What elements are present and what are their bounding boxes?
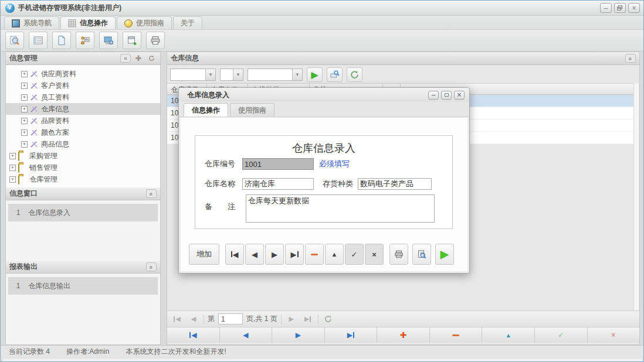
first-page-icon[interactable]: ◀: [171, 313, 184, 325]
edit-record-button[interactable]: ▲: [482, 327, 535, 343]
tree-label: 品牌资料: [41, 116, 69, 126]
last-record-button[interactable]: ▶: [325, 327, 378, 343]
expand-icon[interactable]: +: [9, 165, 16, 171]
tab-about[interactable]: 关于: [173, 16, 202, 29]
form-heading: 仓库信息录入: [195, 141, 452, 155]
window-add-icon[interactable]: [123, 32, 141, 49]
last-record-icon[interactable]: ▶: [285, 244, 304, 265]
page-number-input[interactable]: [218, 313, 243, 325]
minimize-icon[interactable]: –: [600, 3, 612, 13]
add-button-label: 增加: [196, 249, 212, 259]
tree-item-suppliers[interactable]: + 供应商资料: [6, 68, 160, 80]
expand-icon[interactable]: +: [21, 106, 28, 112]
remark-label: 备 注: [205, 202, 235, 212]
expand-icon[interactable]: +: [21, 129, 28, 136]
refresh-icon[interactable]: [347, 67, 362, 82]
tree-label: 供应商资料: [41, 69, 76, 79]
prev-record-button[interactable]: ◀: [220, 327, 273, 343]
first-record-icon[interactable]: ◀: [225, 244, 244, 265]
next-record-icon[interactable]: ▶: [265, 244, 284, 265]
expand-icon[interactable]: +: [21, 94, 28, 101]
delete-record-icon[interactable]: [305, 244, 324, 265]
prev-record-icon[interactable]: ◀: [245, 244, 264, 265]
list-item-warehouse-output[interactable]: 1 仓库信息输出: [8, 277, 158, 295]
filter-combo-3[interactable]: ▼: [248, 69, 303, 81]
print-preview-icon[interactable]: [412, 244, 431, 265]
remark-field[interactable]: 仓库每天更新数据: [246, 194, 435, 223]
add-record-button[interactable]: ✚: [377, 327, 430, 343]
tree-label: 员工资料: [41, 93, 69, 103]
run-query-icon[interactable]: ▶: [307, 67, 323, 82]
user-report-icon[interactable]: [76, 32, 94, 49]
run-icon[interactable]: ▶: [435, 244, 454, 265]
table-view-icon[interactable]: [29, 32, 48, 49]
next-record-button[interactable]: ▶: [272, 327, 325, 343]
dialog-tab-info-operation[interactable]: 信息操作: [184, 103, 228, 117]
restore-icon[interactable]: [614, 3, 626, 13]
add-icon[interactable]: ✚: [133, 54, 144, 63]
expand-icon[interactable]: +: [9, 153, 16, 159]
cancel-button[interactable]: ×: [588, 327, 640, 343]
close-icon[interactable]: ×: [628, 3, 640, 13]
dialog-close-icon[interactable]: ×: [454, 91, 465, 100]
cancel-icon[interactable]: ×: [365, 244, 384, 265]
expand-icon[interactable]: +: [21, 71, 28, 77]
scrollbar-track[interactable]: [633, 83, 639, 310]
collapse-icon[interactable]: «: [146, 189, 157, 198]
tree-item-products[interactable]: + 商品信息: [6, 138, 160, 150]
prev-page-icon[interactable]: ◀: [187, 313, 200, 325]
search-icon[interactable]: [5, 32, 24, 49]
dialog-minimize-icon[interactable]: –: [428, 91, 439, 100]
collapse-icon[interactable]: «: [146, 262, 157, 271]
stock-type-field[interactable]: [358, 178, 432, 190]
delete-record-button[interactable]: [430, 327, 483, 343]
expand-icon[interactable]: +: [21, 141, 28, 148]
main-panel-header: 仓库信息 «: [167, 52, 639, 65]
advanced-search-icon[interactable]: [327, 67, 343, 82]
tree-item-purchase-mgmt[interactable]: + 采购管理: [6, 150, 160, 162]
document-icon[interactable]: [52, 32, 71, 49]
print-icon[interactable]: [389, 244, 408, 265]
tree-item-sales-mgmt[interactable]: + 销售管理: [6, 162, 160, 173]
tree-item-color-scheme[interactable]: + 颜色方案: [6, 127, 160, 138]
refresh-icon[interactable]: [146, 54, 157, 63]
pager-prefix: 第: [208, 314, 215, 324]
confirm-button[interactable]: ✓: [535, 327, 588, 343]
tree-item-brands[interactable]: + 品牌资料: [6, 115, 160, 127]
refresh-icon[interactable]: [322, 313, 335, 325]
tab-system-nav[interactable]: 系统导航: [4, 16, 59, 29]
tree-item-warehouse-mgmt[interactable]: + 仓库管理: [6, 173, 160, 185]
collapse-left-icon[interactable]: «: [120, 54, 131, 63]
left-sidebar: 信息管理 « ✚ + 供应商资料 + 客户资料: [5, 52, 161, 345]
last-page-icon[interactable]: ▶: [301, 313, 314, 325]
cell-value: 10: [171, 97, 178, 105]
warehouse-id-field[interactable]: [242, 158, 314, 170]
tree-label: 客户资料: [41, 81, 69, 91]
tab-user-guide[interactable]: 使用指南: [117, 16, 172, 29]
tab-info-operation[interactable]: 信息操作: [60, 16, 116, 29]
next-page-icon[interactable]: ▶: [285, 313, 298, 325]
collapse-icon[interactable]: «: [625, 54, 636, 63]
add-button[interactable]: 增加: [189, 244, 219, 265]
tools-icon: [30, 141, 39, 148]
printer-icon[interactable]: [146, 32, 165, 49]
confirm-icon[interactable]: ✓: [345, 244, 364, 265]
expand-icon[interactable]: +: [21, 83, 28, 89]
edit-record-icon[interactable]: ▲: [325, 244, 344, 265]
windows-panel-body: 1 仓库信息录入: [6, 200, 160, 261]
tree-item-customers[interactable]: + 客户资料: [6, 80, 160, 91]
warehouse-name-field[interactable]: [242, 178, 314, 190]
dialog-maximize-icon[interactable]: [441, 91, 452, 100]
list-item-warehouse-entry[interactable]: 1 仓库信息录入: [8, 204, 158, 221]
expand-icon[interactable]: +: [21, 118, 28, 124]
dialog-title-bar[interactable]: 仓库信息录入 – ×: [179, 88, 469, 102]
filter-combo-1[interactable]: ▼: [170, 69, 216, 81]
tree-item-employees[interactable]: + 员工资料: [6, 91, 160, 103]
dialog-tab-user-guide[interactable]: 使用指南: [230, 103, 274, 117]
first-record-button[interactable]: ◀: [167, 327, 220, 343]
filter-combo-2[interactable]: ▼: [220, 69, 243, 81]
tab-label: 系统导航: [23, 18, 52, 28]
tree-item-warehouse-info[interactable]: + 仓库信息: [6, 103, 160, 115]
monitor-globe-icon[interactable]: [99, 32, 118, 49]
expand-icon[interactable]: +: [9, 176, 16, 183]
